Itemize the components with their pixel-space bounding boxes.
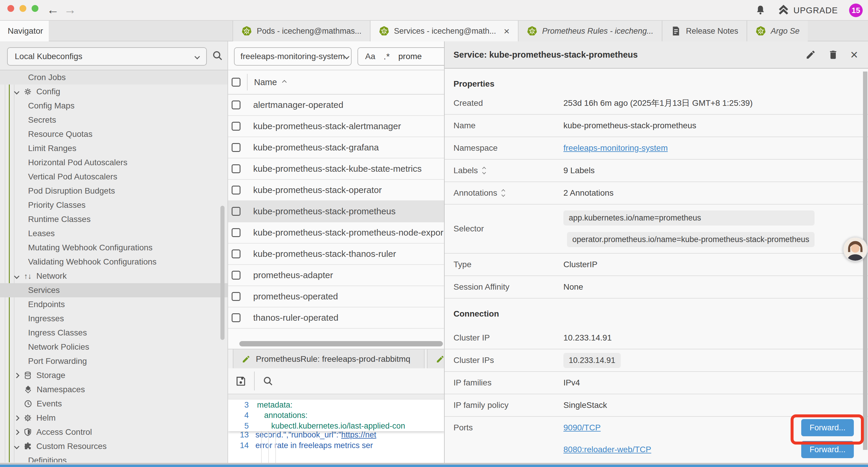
port-link[interactable]: 9090/TCP: [563, 423, 601, 432]
row-checkbox[interactable]: [231, 228, 241, 237]
table-row-kube-prometheus-stack-grafana[interactable]: kube-prometheus-stack-grafana: [228, 137, 444, 158]
table-row-kube-prometheus-stack-prometheus[interactable]: kube-prometheus-stack-prometheus: [228, 201, 444, 222]
table-row-prometheus-operated[interactable]: prometheus-operated: [228, 286, 444, 308]
sidebar-item-definitions[interactable]: Definitions: [0, 454, 227, 462]
sidebar-item-config[interactable]: Config: [0, 85, 227, 99]
sidebar-item-ingresses[interactable]: Ingresses: [0, 312, 227, 326]
sidebar-item-events[interactable]: Events: [0, 397, 227, 411]
table-row-alertmanager-operated[interactable]: alertmanager-operated: [228, 95, 444, 116]
match-case-toggle[interactable]: Aa: [365, 52, 375, 61]
editor-tab-partial[interactable]: [427, 349, 444, 369]
sidebar-item-services[interactable]: Services: [0, 283, 227, 297]
detail-scrollbar[interactable]: [863, 71, 867, 450]
row-checkbox[interactable]: [231, 185, 241, 195]
sidebar-item-cron-jobs[interactable]: Cron Jobs: [0, 70, 227, 85]
table-row-kube-prometheus-stack-operator[interactable]: kube-prometheus-stack-operator: [228, 180, 444, 201]
row-checkbox[interactable]: [231, 143, 241, 152]
editor-tab-prometheusrule[interactable]: PrometheusRule: freeleaps-prod-rabbitmq: [233, 349, 425, 369]
tab-prometheus-rules-icecheng[interactable]: Prometheus Rules - icecheng...: [518, 21, 662, 41]
tab-release-notes[interactable]: Release Notes: [662, 21, 747, 41]
table-row-thanos-ruler-operated[interactable]: thanos-ruler-operated: [228, 308, 444, 329]
tab-argo-se[interactable]: Argo Se: [747, 21, 808, 41]
row-checkbox[interactable]: [231, 207, 241, 216]
row-checkbox[interactable]: [231, 100, 241, 109]
sidebar-item-secrets[interactable]: Secrets: [0, 113, 227, 127]
sidebar-item-endpoints[interactable]: Endpoints: [0, 297, 227, 312]
row-checkbox[interactable]: [231, 313, 241, 322]
expand-toggle-icon[interactable]: [483, 167, 486, 174]
row-checkbox[interactable]: [231, 250, 241, 258]
namespace-filter[interactable]: freeleaps-monitoring-system: [234, 47, 351, 66]
row-checkbox[interactable]: [231, 164, 241, 173]
table-row-kube-prometheus-stack-kube-state-metrics[interactable]: kube-prometheus-stack-kube-state-metrics: [228, 158, 444, 180]
navigator-pane-tab[interactable]: Navigator: [0, 21, 49, 41]
runbook-url-link[interactable]: https://net: [341, 430, 376, 439]
sidebar-item-namespaces[interactable]: Namespaces: [0, 382, 227, 397]
row-checkbox[interactable]: [231, 292, 241, 301]
zoom-window-button[interactable]: [32, 5, 38, 12]
property-row-type: TypeClusterIP: [445, 254, 868, 276]
editor-search-icon[interactable]: [262, 375, 274, 387]
sidebar-item-storage[interactable]: Storage: [0, 368, 227, 382]
sidebar-item-priority-classes[interactable]: Priority Classes: [0, 198, 227, 212]
selector-chips: app.kubernetes.io/name=prometheusoperato…: [563, 205, 814, 253]
sidebar-item-port-forwarding[interactable]: Port Forwarding: [0, 354, 227, 368]
sidebar-item-leases[interactable]: Leases: [0, 226, 227, 241]
table-row-prometheus-adapter[interactable]: prometheus-adapter: [228, 265, 444, 286]
sidebar-item-label: Ingress Classes: [28, 328, 87, 338]
sidebar-item-validating-webhook-configurations[interactable]: Validating Webhook Configurations: [0, 255, 227, 269]
tab-services-icecheng-math[interactable]: Services - icecheng@math...×: [370, 21, 518, 41]
kubeconfig-selector[interactable]: Local Kubeconfigs: [7, 47, 207, 66]
back-button[interactable]: ←: [47, 2, 59, 18]
notifications-bell-icon[interactable]: [754, 4, 766, 16]
table-row-kube-prometheus-stack-alertmanager[interactable]: kube-prometheus-stack-alertmanager: [228, 116, 444, 137]
forward-button[interactable]: →: [64, 2, 76, 18]
edit-pencil-icon[interactable]: [805, 49, 816, 60]
sidebar-item-network[interactable]: ↑↓Network: [0, 269, 227, 283]
row-checkbox[interactable]: [231, 271, 241, 280]
sidebar-item-mutating-webhook-configurations[interactable]: Mutating Webhook Configurations: [0, 241, 227, 255]
minimize-window-button[interactable]: [20, 5, 26, 12]
port-link[interactable]: 8080:reloader-web/TCP: [563, 445, 651, 454]
yaml-editor[interactable]: 0","for":"4m","labels":{"service":"12 Me…: [228, 400, 444, 463]
sidebar-item-helm[interactable]: Helm: [0, 411, 227, 425]
search-input[interactable]: Aa .* prome: [358, 47, 444, 66]
save-icon[interactable]: [235, 375, 246, 387]
expand-toggle-icon[interactable]: [502, 190, 505, 196]
name-column-header[interactable]: Name: [254, 78, 286, 87]
sidebar-item-runtime-classes[interactable]: Runtime Classes: [0, 212, 227, 226]
upgrade-button[interactable]: UPGRADE: [778, 4, 838, 16]
sidebar-item-custom-resources[interactable]: Custom Resources: [0, 439, 227, 454]
close-window-button[interactable]: [7, 5, 14, 12]
sidebar-item-limit-ranges[interactable]: Limit Ranges: [0, 141, 227, 155]
sidebar-item-pod-disruption-budgets[interactable]: Pod Disruption Budgets: [0, 184, 227, 198]
notification-count-badge[interactable]: 15: [849, 4, 863, 17]
sidebar-item-label: Config: [36, 87, 60, 96]
sidebar-search-icon[interactable]: [212, 50, 223, 61]
sidebar-item-resource-quotas[interactable]: Resource Quotas: [0, 127, 227, 141]
table-row-kube-prometheus-stack-prometheus-node-expor[interactable]: kube-prometheus-stack-prometheus-node-ex…: [228, 222, 444, 243]
row-checkbox[interactable]: [231, 122, 241, 130]
sidebar-item-label: Pod Disruption Budgets: [28, 186, 115, 196]
sidebar-item-vertical-pod-autoscalers[interactable]: Vertical Pod Autoscalers: [0, 170, 227, 184]
select-all-checkbox[interactable]: [231, 78, 241, 87]
property-row-namespace: Namespacefreeleaps-monitoring-system: [445, 137, 868, 159]
horizontal-scrollbar[interactable]: [239, 341, 443, 346]
user-avatar[interactable]: [843, 237, 868, 262]
delete-trash-icon[interactable]: [828, 49, 838, 60]
sidebar-scrollbar[interactable]: [220, 206, 224, 340]
sidebar-item-network-policies[interactable]: Network Policies: [0, 340, 227, 354]
table-row-kube-prometheus-stack-thanos-ruler[interactable]: kube-prometheus-stack-thanos-ruler: [228, 243, 444, 265]
close-icon[interactable]: ×: [850, 49, 858, 60]
tab-pods-icecheng-mathmas[interactable]: Pods - icecheng@mathmas...: [232, 21, 370, 41]
namespace-link[interactable]: freeleaps-monitoring-system: [563, 143, 668, 153]
sidebar-item-ingress-classes[interactable]: Ingress Classes: [0, 326, 227, 340]
regex-toggle[interactable]: .*: [383, 52, 390, 61]
sidebar-item-config-maps[interactable]: Config Maps: [0, 99, 227, 113]
sidebar-item-horizontal-pod-autoscalers[interactable]: Horizontal Pod Autoscalers: [0, 155, 227, 170]
edit-pencil-icon: [436, 355, 444, 363]
sidebar-item-access-control[interactable]: Access Control: [0, 425, 227, 439]
property-label-text: IP family policy: [454, 401, 508, 410]
storage-icon: [23, 371, 33, 380]
close-tab-icon[interactable]: ×: [504, 25, 509, 37]
